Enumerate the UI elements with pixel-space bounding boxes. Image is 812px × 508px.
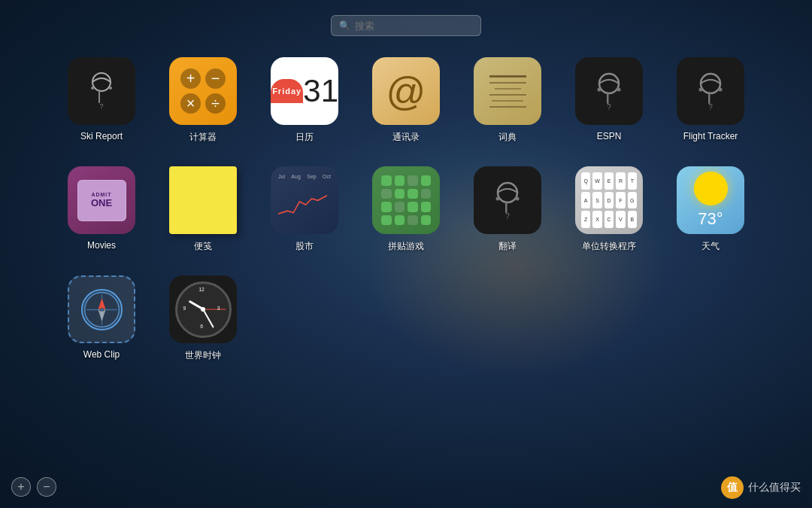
app-dictionary[interactable]: 词典 xyxy=(457,51,559,160)
calc-times-icon: × xyxy=(180,93,201,114)
unit-converter-label: 单位转换程序 xyxy=(582,240,636,253)
add-button[interactable]: + xyxy=(11,477,31,497)
svg-point-15 xyxy=(498,183,517,202)
translate-label: 翻译 xyxy=(498,240,517,253)
app-world-clock[interactable]: 12 3 6 9 世界时钟 xyxy=(153,269,254,379)
movies-one-text: ONE xyxy=(91,197,112,208)
stickies-icon xyxy=(169,166,237,234)
svg-point-0 xyxy=(92,73,111,91)
calc-divide-icon: ÷ xyxy=(205,93,226,114)
svg-text:6: 6 xyxy=(200,323,203,328)
weather-sun-icon xyxy=(694,172,728,205)
svg-point-6 xyxy=(597,87,601,91)
movies-admit-text: ADMIT xyxy=(91,192,111,197)
contacts-icon: @ xyxy=(372,57,440,125)
flight-tracker-icon: ? xyxy=(677,57,744,125)
svg-text:9: 9 xyxy=(183,305,186,310)
calc-minus-icon: − xyxy=(205,68,226,89)
app-calculator[interactable]: + − × ÷ 计算器 xyxy=(153,51,254,160)
svg-point-5 xyxy=(599,74,619,93)
weather-label: 天气 xyxy=(701,240,720,253)
ski-report-icon: ? xyxy=(68,57,135,125)
search-bar-container: 🔍 xyxy=(0,0,812,36)
stocks-icon: Jul Aug Sep Oct xyxy=(271,166,338,234)
watermark: 值 什么值得买 xyxy=(721,476,801,499)
flight-tracker-label: Flight Tracker xyxy=(683,131,738,141)
app-unit-converter[interactable]: Q W E R T A S D F G Z X C V xyxy=(559,160,660,269)
svg-point-17 xyxy=(515,196,519,200)
apps-grid: ? Ski Report + − × ÷ 计算器 Friday 31 日历 xyxy=(0,36,812,394)
app-calendar[interactable]: Friday 31 日历 xyxy=(254,51,356,160)
watermark-text: 什么值得买 xyxy=(748,481,801,494)
svg-rect-3 xyxy=(98,90,100,103)
app-ski-report[interactable]: ? Ski Report xyxy=(51,51,153,160)
app-tile-game[interactable]: 拼贴游戏 xyxy=(356,160,457,269)
svg-point-16 xyxy=(495,196,499,200)
app-contacts[interactable]: @ 通讯录 xyxy=(356,51,457,160)
clock-face: 12 3 6 9 xyxy=(175,281,232,338)
bottom-controls: + − xyxy=(11,477,56,497)
svg-text:3: 3 xyxy=(217,305,220,310)
remove-button[interactable]: − xyxy=(37,477,56,497)
dictionary-label: 词典 xyxy=(498,131,517,144)
app-espn[interactable]: ? ESPN xyxy=(559,51,660,160)
app-translate[interactable]: ? 翻译 xyxy=(457,160,559,269)
svg-text:12: 12 xyxy=(198,287,205,292)
search-icon: 🔍 xyxy=(339,20,350,31)
svg-text:?: ? xyxy=(99,102,103,110)
app-stickies[interactable]: 便笺 xyxy=(153,160,254,269)
clock-center-dot xyxy=(201,307,205,312)
dictionary-icon xyxy=(474,57,541,125)
contacts-at-icon: @ xyxy=(386,68,426,114)
svg-text:?: ? xyxy=(708,103,713,111)
svg-point-7 xyxy=(617,87,620,91)
calc-plus-icon: + xyxy=(180,68,201,89)
web-clip-icon xyxy=(68,275,135,343)
world-clock-icon: 12 3 6 9 xyxy=(169,275,237,343)
calendar-day-label: Friday xyxy=(272,87,301,96)
stocks-label: 股市 xyxy=(295,240,314,253)
weather-icon: 73° xyxy=(677,166,744,234)
safari-compass-icon xyxy=(81,289,123,330)
svg-point-10 xyxy=(701,74,720,93)
espn-icon: ? xyxy=(575,57,643,125)
svg-point-2 xyxy=(109,87,112,90)
ski-report-label: Ski Report xyxy=(80,131,123,141)
search-bar[interactable]: 🔍 xyxy=(331,15,481,36)
translate-icon: ? xyxy=(474,166,541,234)
movies-label: Movies xyxy=(87,240,116,251)
svg-point-1 xyxy=(91,87,94,90)
tile-game-icon xyxy=(372,166,440,234)
app-movies[interactable]: ADMIT ONE Movies xyxy=(51,160,153,269)
app-web-clip[interactable]: Web Clip xyxy=(51,269,153,379)
search-input[interactable] xyxy=(355,20,460,32)
espn-label: ESPN xyxy=(597,131,622,141)
watermark-badge: 值 xyxy=(721,476,744,499)
svg-point-12 xyxy=(718,87,722,91)
weather-temp-display: 73° xyxy=(698,209,723,229)
calendar-date-label: 31 xyxy=(303,73,338,109)
calendar-icon: Friday 31 xyxy=(271,57,338,125)
world-clock-label: 世界时钟 xyxy=(185,349,221,362)
calculator-label: 计算器 xyxy=(189,131,217,144)
stickies-label: 便笺 xyxy=(194,240,212,253)
svg-rect-18 xyxy=(505,201,508,213)
web-clip-label: Web Clip xyxy=(83,349,120,360)
tile-game-label: 拼贴游戏 xyxy=(388,240,424,253)
svg-point-11 xyxy=(698,87,702,91)
svg-rect-13 xyxy=(708,92,710,104)
movies-icon: ADMIT ONE xyxy=(68,166,135,234)
calendar-label: 日历 xyxy=(295,131,314,144)
svg-text:?: ? xyxy=(607,103,611,111)
app-stocks[interactable]: Jul Aug Sep Oct 股市 xyxy=(254,160,356,269)
unit-converter-icon: Q W E R T A S D F G Z X C V xyxy=(575,166,643,234)
app-weather[interactable]: 73° 天气 xyxy=(660,160,762,269)
calculator-icon: + − × ÷ xyxy=(169,57,237,125)
svg-rect-8 xyxy=(607,92,609,104)
contacts-label: 通讯录 xyxy=(392,131,420,144)
svg-text:?: ? xyxy=(505,212,510,221)
app-flight-tracker[interactable]: ? Flight Tracker xyxy=(660,51,762,160)
